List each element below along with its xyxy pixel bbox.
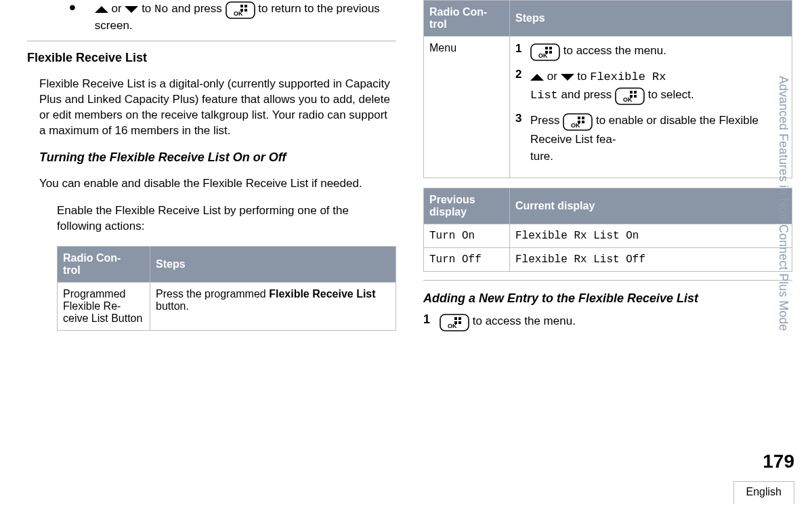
table-display: Previous display Current display Turn On…	[423, 188, 792, 272]
ok-button-icon	[615, 87, 645, 105]
turn-description: You can enable and disable the Flexible …	[39, 176, 396, 192]
text-or: or	[112, 2, 125, 15]
heading-turning-on-off: Turning the Flexible Receive List On or …	[39, 150, 396, 165]
heading-adding-entry: Adding a New Entry to the Flexible Recei…	[423, 291, 792, 306]
text-to-select: to select.	[648, 88, 694, 101]
side-tab-label: Advanced Features in Non-Connect Plus Mo…	[776, 76, 790, 331]
th-previous-display: Previous display	[424, 188, 510, 224]
cell-turn-off: Turn Off	[424, 247, 510, 271]
down-arrow-icon	[125, 6, 138, 13]
text-list: List	[530, 89, 558, 102]
up-arrow-icon	[530, 74, 544, 81]
side-tab: Advanced Features in Non-Connect Plus Mo…	[774, 0, 792, 407]
ok-button-icon	[530, 43, 560, 61]
table-row: Turn Off Flexible Rx List Off	[424, 247, 792, 271]
text-and-press-2: and press	[561, 88, 615, 101]
cell-menu: Menu	[424, 37, 510, 178]
text-flexible-rx: Flexible Rx	[590, 70, 666, 83]
ok-button-icon	[226, 1, 255, 19]
table-radio-control-2: Radio Con- trol Steps Menu 1 to access t…	[423, 0, 792, 178]
text-to-2: to	[577, 70, 590, 83]
right-column: Radio Con- trol Steps Menu 1 to access t…	[410, 0, 806, 331]
up-arrow-icon	[95, 6, 108, 13]
text-button: button.	[156, 300, 189, 312]
table-row: Turn On Flexible Rx List On	[424, 224, 792, 247]
th-steps: Steps	[150, 246, 396, 282]
cell-turn-on: Turn On	[424, 224, 510, 247]
th-current-display: Current display	[510, 188, 792, 224]
table-row: Programmed Flexible Re- ceive List Butto…	[58, 282, 396, 330]
frl-description: Flexible Receive List is a digital-only …	[39, 77, 396, 139]
enable-instruction: Enable the Flexible Receive List by perf…	[57, 203, 396, 235]
cell-menu-steps: 1 to access the menu. 2 or	[510, 37, 792, 178]
th-steps-2: Steps	[510, 1, 792, 37]
ok-button-icon	[440, 314, 469, 331]
cell-frl-on: Flexible Rx List On	[510, 224, 792, 247]
prev-screen-bullet: • or to No and press to return to the pr…	[69, 1, 396, 33]
cell-frl-off: Flexible Rx List Off	[510, 247, 792, 271]
table-row: Menu 1 to access the menu.	[424, 37, 792, 178]
text-to: to	[142, 2, 154, 15]
down-arrow-icon	[561, 74, 574, 81]
heading-flexible-receive-list: Flexible Receive List	[27, 51, 396, 65]
text-access-menu: to access the menu.	[563, 44, 666, 57]
divider	[423, 280, 792, 281]
th-radio-control-2: Radio Con- trol	[424, 1, 510, 37]
page: Advanced Features in Non-Connect Plus Mo…	[0, 0, 812, 509]
ok-button-icon	[563, 113, 593, 131]
text-and-press: and press	[171, 2, 225, 15]
text-frl-bold: Flexible Receive List	[269, 288, 375, 300]
cell-programmed-button: Programmed Flexible Re- ceive List Butto…	[58, 282, 150, 330]
text-or-2: or	[547, 70, 561, 83]
table-radio-control-1: Radio Con- trol Steps Programmed Flexibl…	[57, 246, 396, 331]
text-press: Press the programmed	[156, 288, 269, 300]
page-number: 179	[763, 451, 794, 472]
left-column: • or to No and press to return to the pr…	[7, 0, 410, 331]
language-box: English	[733, 481, 794, 504]
text-no: No	[154, 3, 168, 16]
divider	[27, 41, 396, 41]
text-access-menu-2: to access the menu.	[473, 314, 576, 327]
add-step-1: 1 to access the menu.	[423, 312, 792, 331]
th-radio-control: Radio Con- trol	[58, 246, 150, 282]
cell-press-flexible: Press the programmed Flexible Receive Li…	[150, 282, 396, 330]
text-press-3: Press	[530, 114, 563, 127]
